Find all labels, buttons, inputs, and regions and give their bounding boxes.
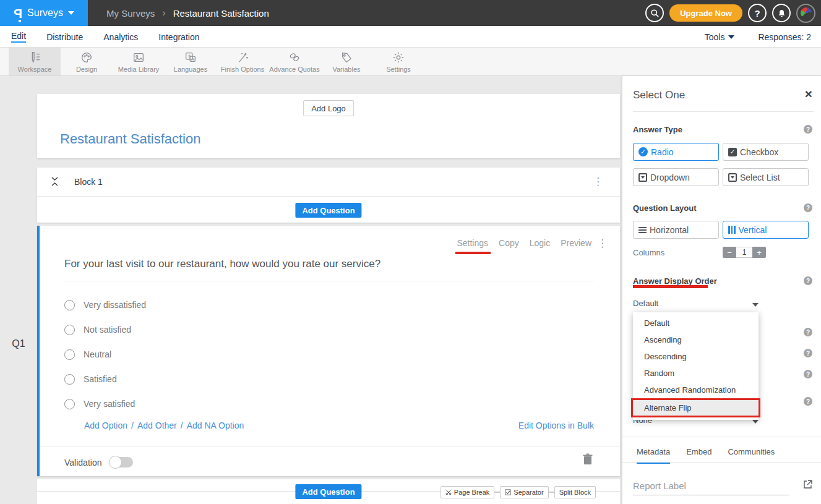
radio-check-icon: ✓	[638, 147, 648, 156]
page-break-button[interactable]: Page Break	[441, 486, 494, 498]
expand-report-label-button[interactable]	[803, 480, 812, 492]
tab-distribute[interactable]: Distribute	[46, 32, 83, 42]
checkbox-check-icon: ✓	[728, 148, 737, 156]
question-id-label: Q1	[7, 338, 30, 349]
toggle-knob	[109, 456, 122, 469]
menu-item-advanced-randomization[interactable]: Advanced Randomization	[633, 382, 759, 398]
columns-decrease-button[interactable]: −	[723, 247, 736, 258]
menu-item-alternate-flip[interactable]: Alternate Flip	[631, 398, 760, 417]
layout-vertical-button[interactable]: Vertical	[723, 221, 809, 239]
delete-question-button[interactable]	[583, 453, 593, 468]
product-menu[interactable]: P Surveys	[0, 0, 88, 26]
toolbar-label: Media Library	[118, 66, 160, 73]
option-label[interactable]: Very dissatisfied	[84, 300, 146, 310]
selected-order-value: Default	[633, 299, 658, 308]
validation-label: Validation	[64, 458, 101, 468]
collapse-block-icon[interactable]	[51, 176, 59, 189]
columns-increase-button[interactable]: +	[752, 247, 766, 258]
answer-type-radio-button[interactable]: ✓ Radio	[633, 143, 719, 161]
tools-menu[interactable]: Tools	[705, 32, 735, 42]
tab-integration[interactable]: Integration	[158, 32, 199, 42]
workspace-toolbar: Workspace Design Media Library ✳A Langua…	[0, 48, 821, 76]
question-tab-copy[interactable]: Copy	[499, 238, 519, 248]
answer-display-order-select[interactable]: Default	[633, 299, 762, 312]
hidden-setting-help-icon[interactable]: ?	[804, 370, 812, 378]
answer-type-checkbox-button[interactable]: ✓ Checkbox	[723, 143, 809, 161]
answer-type-select-list-button[interactable]: Select List	[723, 168, 809, 186]
radio-button[interactable]	[64, 374, 75, 385]
tab-metadata[interactable]: Metadata	[637, 447, 670, 464]
question-layout-help-icon[interactable]: ?	[804, 203, 812, 212]
menu-item-descending[interactable]: Descending	[633, 348, 759, 365]
toolbar-item-media-library[interactable]: Media Library	[113, 48, 165, 75]
option-label[interactable]: Neutral	[84, 349, 111, 359]
layout-horizontal-button[interactable]: Horizontal	[633, 221, 719, 239]
top-bar: P Surveys My Surveys › Restaurant Satisf…	[0, 0, 821, 26]
block-title[interactable]: Block 1	[74, 177, 103, 187]
toolbar-item-variables[interactable]: Variables	[320, 48, 372, 75]
survey-title[interactable]: Restaurant Satisfaction	[60, 131, 200, 147]
option-label[interactable]: Not satisfied	[84, 325, 131, 335]
question-tab-settings[interactable]: Settings	[457, 238, 488, 248]
close-panel-button[interactable]: ×	[805, 87, 812, 100]
answer-display-order-menu: Default Ascending Descending Random Adva…	[633, 312, 759, 420]
notifications-button[interactable]	[772, 4, 791, 22]
slash-separator: /	[181, 421, 183, 430]
separator-label: Separator	[514, 489, 543, 496]
upgrade-now-button[interactable]: Upgrade Now	[669, 4, 742, 22]
hidden-setting-help-icon[interactable]: ?	[804, 349, 812, 357]
hidden-setting-help-icon[interactable]: ?	[804, 397, 812, 406]
answer-display-order-help-icon[interactable]: ?	[804, 276, 812, 285]
tab-edit[interactable]: Edit	[11, 31, 26, 43]
question-tab-logic[interactable]: Logic	[530, 238, 550, 248]
question-text[interactable]: For your last visit to our restaurant, h…	[64, 258, 380, 270]
add-logo-button[interactable]: Add Logo	[303, 100, 354, 116]
toolbar-item-settings[interactable]: Settings	[372, 48, 424, 75]
menu-item-ascending[interactable]: Ascending	[633, 331, 759, 348]
columns-stepper: − 1 +	[723, 247, 766, 258]
toolbar-item-languages[interactable]: ✳A Languages	[165, 48, 217, 75]
menu-item-random[interactable]: Random	[633, 365, 759, 382]
hidden-setting-help-icon[interactable]: ?	[804, 328, 812, 336]
add-other-link[interactable]: Add Other	[137, 421, 177, 430]
columns-value[interactable]: 1	[736, 247, 752, 258]
radio-button[interactable]	[64, 325, 75, 335]
toolbar-item-workspace[interactable]: Workspace	[9, 48, 61, 75]
validation-toggle[interactable]	[110, 457, 133, 468]
radio-button[interactable]	[64, 399, 75, 409]
add-question-button[interactable]: Add Question	[295, 484, 361, 499]
toolbar-item-advance-quotas[interactable]: Advance Quotas	[269, 48, 320, 75]
option-label[interactable]: Satisfied	[84, 374, 117, 384]
add-na-option-link[interactable]: Add NA Option	[187, 421, 244, 430]
question-layout-label: Question Layout	[633, 203, 697, 213]
radio-button[interactable]	[64, 349, 75, 360]
breadcrumb-my-surveys[interactable]: My Surveys	[106, 8, 155, 19]
tab-embed[interactable]: Embed	[686, 447, 711, 464]
account-avatar[interactable]	[796, 4, 815, 23]
block-menu-button[interactable]: ⋮	[593, 176, 604, 188]
help-button[interactable]: ?	[748, 4, 767, 22]
add-option-link[interactable]: Add Option	[84, 421, 127, 430]
menu-item-default[interactable]: Default	[633, 315, 759, 331]
responses-count[interactable]: Responses: 2	[758, 32, 811, 42]
edit-options-in-bulk-link[interactable]: Edit Options in Bulk	[518, 421, 594, 430]
split-block-button[interactable]: Split Block	[554, 486, 596, 498]
toolbar-item-finish-options[interactable]: Finish Options	[217, 48, 269, 75]
tab-analytics[interactable]: Analytics	[103, 32, 138, 42]
question-tab-preview[interactable]: Preview	[561, 238, 591, 248]
question-menu-button[interactable]: ⋮	[597, 237, 608, 250]
answer-type-dropdown-button[interactable]: Dropdown	[633, 168, 719, 186]
validation-row: Validation	[64, 457, 133, 468]
answer-option-row: Very dissatisfied	[64, 299, 146, 311]
survey-header-card: Add Logo Restaurant Satisfaction	[37, 94, 620, 158]
answer-type-help-icon[interactable]: ?	[804, 125, 812, 134]
radio-button[interactable]	[64, 300, 75, 310]
add-question-button[interactable]: Add Question	[295, 203, 361, 218]
tab-communities[interactable]: Communities	[728, 447, 775, 464]
toolbar-item-design[interactable]: Design	[61, 48, 113, 75]
search-button[interactable]	[645, 4, 664, 22]
separator-button[interactable]: Separator	[500, 486, 548, 498]
report-label-input[interactable]	[633, 478, 789, 495]
option-label[interactable]: Very satisfied	[84, 399, 135, 409]
design-palette-icon	[79, 51, 94, 64]
